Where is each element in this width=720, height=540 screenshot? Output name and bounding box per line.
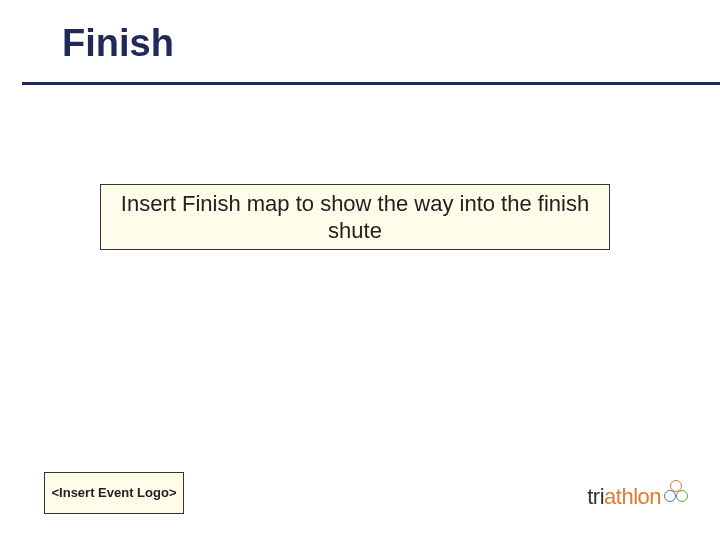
event-logo-placeholder-text: <Insert Event Logo> xyxy=(52,485,177,501)
title-divider xyxy=(22,82,720,85)
triathlon-wordmark: triathlon xyxy=(587,484,661,510)
finish-map-placeholder-text: Insert Finish map to show the way into t… xyxy=(113,190,597,245)
event-logo-placeholder[interactable]: <Insert Event Logo> xyxy=(44,472,184,514)
triathlon-rings-icon xyxy=(664,480,690,506)
slide-title: Finish xyxy=(62,22,174,65)
triathlon-logo: triathlon xyxy=(587,484,690,510)
finish-map-placeholder[interactable]: Insert Finish map to show the way into t… xyxy=(100,184,610,250)
